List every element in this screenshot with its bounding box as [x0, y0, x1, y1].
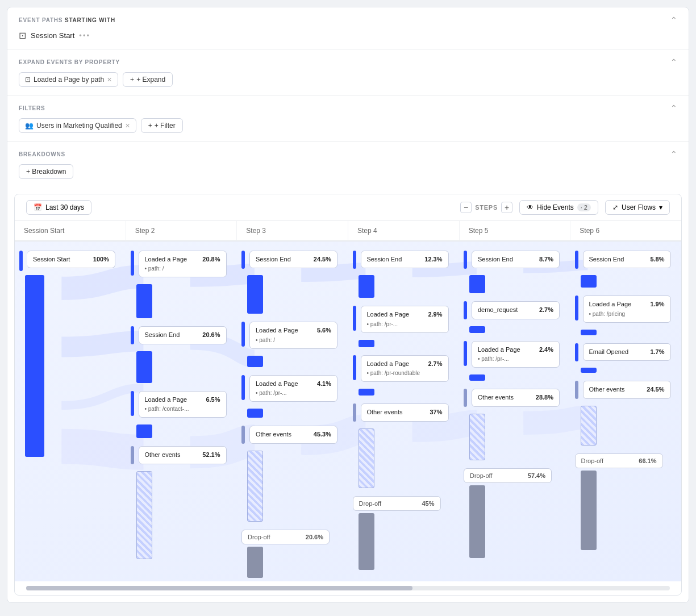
node-inline: Other events 52.1% — [131, 446, 233, 468]
node-other-events-col4: Other events 37% — [353, 403, 455, 488]
blue-left-bar — [575, 251, 578, 269]
bar — [359, 275, 374, 298]
blue-left-bar — [131, 391, 134, 416]
bar — [247, 275, 263, 314]
calendar-icon: 📅 — [34, 203, 42, 211]
loaded-page-path-tag[interactable]: ⊡ Loaded a Page by path ✕ — [19, 72, 118, 87]
expand-events-tags: ⊡ Loaded a Page by path ✕ + + Expand — [19, 72, 677, 87]
breakdowns-title: BREAKDOWNS — [19, 151, 65, 157]
event-more-button[interactable]: ••• — [79, 31, 90, 40]
filter-plus-icon: + — [148, 122, 152, 130]
flow-col-2: Loaded a Page • path: / 20.8% — [126, 242, 237, 581]
node-inline: Loaded a Page • path: /pr-... 2.4% — [464, 341, 566, 372]
node-session-end-col3: Session End 24.5% — [241, 251, 344, 314]
node-session-end-col6: Session End 5.8% — [575, 251, 677, 288]
hatched-bar — [469, 414, 485, 460]
blue-left-bar — [575, 295, 578, 321]
node-card[interactable]: Session End 5.8% — [583, 251, 671, 268]
expand-events-title: EXPAND EVENTS BY PROPERTY — [19, 59, 120, 65]
remove-filter-button[interactable]: ✕ — [125, 122, 130, 130]
bar — [136, 424, 152, 438]
dropoff-bar — [247, 547, 263, 578]
node-card[interactable]: Session End 12.3% — [361, 251, 449, 268]
bar — [136, 284, 152, 318]
event-paths-collapse[interactable]: ⌃ — [670, 15, 677, 24]
node-dropoff-col4: Drop-off 45% — [353, 496, 455, 570]
node-email-opened-col6: Email Opened 1.7% — [575, 343, 677, 373]
node-label: Session Start — [33, 255, 70, 264]
hatched-left-bar — [464, 389, 467, 407]
node-card[interactable]: Loaded a Page • path: /contact-... 6.5% — [139, 391, 227, 418]
col-header-6: Step 6 — [570, 221, 681, 241]
event-starting-row: ⊡ Session Start ••• — [19, 30, 677, 41]
flow-col-5: Session End 8.7% demo_request 2.7% — [459, 242, 570, 581]
hatched-bar — [359, 428, 374, 488]
main-card: EVENT PATHS STARTING WITH ⌃ ⊡ Session St… — [7, 7, 689, 603]
steps-control: − STEPS + — [460, 202, 512, 213]
bar — [581, 330, 597, 335]
breakdown-button[interactable]: + Breakdown — [19, 164, 73, 179]
steps-plus-button[interactable]: + — [501, 202, 512, 213]
node-card[interactable]: Session End 8.7% — [472, 251, 560, 268]
node-card[interactable]: Session End 24.5% — [249, 251, 337, 268]
node-inline: demo_request 2.7% — [464, 301, 566, 323]
node-loaded-page-col4-2: Loaded a Page • path: /pr-roundtable 2.7… — [353, 355, 455, 396]
node-inline: Session End 12.3% — [353, 251, 455, 273]
event-paths-section: EVENT PATHS STARTING WITH ⌃ ⊡ Session St… — [7, 7, 689, 49]
node-inline: Session End 24.5% — [241, 251, 344, 273]
node-card[interactable]: Loaded a Page • path: /pr-... 2.9% — [361, 306, 449, 332]
expand-events-collapse[interactable]: ⌃ — [670, 57, 677, 66]
node-card[interactable]: Loaded a Page • path: /pr-... 4.1% — [249, 375, 337, 402]
dropoff-bar — [581, 471, 597, 550]
node-other-events-col6: Other events 24.5% — [575, 381, 677, 445]
scrollbar-thumb[interactable] — [26, 586, 412, 590]
node-card[interactable]: Other events 37% — [361, 403, 449, 421]
node-card[interactable]: Email Opened 1.7% — [583, 343, 671, 361]
event-paths-title: EVENT PATHS STARTING WITH — [19, 17, 115, 23]
filter-button[interactable]: + + Filter — [141, 118, 183, 133]
scrollbar[interactable] — [26, 586, 670, 590]
node-inline: Email Opened 1.7% — [575, 343, 677, 365]
dropoff-card: Drop-off 45% — [353, 496, 441, 511]
blue-left-bar — [353, 355, 356, 380]
blue-left-bar — [241, 375, 245, 400]
node-card[interactable]: Other events 52.1% — [139, 446, 227, 464]
node-card[interactable]: Loaded a Page • path: /pr-... 2.4% — [472, 341, 560, 368]
steps-minus-button[interactable]: − — [460, 202, 472, 213]
node-inline: Loaded a Page • path: /pr-roundtable 2.7… — [353, 355, 455, 386]
col-header-1: Session Start — [15, 221, 126, 241]
filters-section: FILTERS ⌃ 👥 Users in Marketing Qualified… — [7, 95, 689, 141]
hide-events-button[interactable]: 👁 Hide Events · 2 — [519, 200, 598, 215]
node-card[interactable]: Other events 28.8% — [472, 389, 560, 406]
node-card[interactable]: Loaded a Page • path: /pr-roundtable 2.7… — [361, 355, 449, 382]
expand-button[interactable]: + + Expand — [123, 72, 173, 87]
hatched-bar — [581, 406, 597, 446]
user-flows-button[interactable]: ⤢ User Flows ▾ — [605, 200, 670, 215]
remove-tag-button[interactable]: ✕ — [107, 76, 112, 84]
session-start-icon: ⊡ — [19, 30, 26, 41]
node-card[interactable]: Session End 20.6% — [139, 326, 227, 344]
node-card[interactable]: Loaded a Page • path: / 20.8% — [139, 251, 227, 277]
flow-col-1: Session Start 100% — [15, 242, 126, 581]
col-header-3: Step 3 — [237, 221, 348, 241]
bar — [581, 368, 597, 373]
node-inline: Loaded a Page • path: /contact-... 6.5% — [131, 391, 233, 422]
node-card[interactable]: Loaded a Page • path: / 5.6% — [249, 322, 337, 348]
users-icon: 👥 — [25, 122, 34, 130]
node-card[interactable]: Other events 45.3% — [249, 426, 337, 443]
filters-collapse[interactable]: ⌃ — [670, 103, 677, 113]
node-card-session-start[interactable]: Session Start 100% — [27, 251, 115, 268]
dropoff-card: Drop-off 20.6% — [241, 530, 330, 544]
hatched-left-bar — [241, 426, 245, 444]
bar — [359, 389, 374, 396]
marketing-qualified-tag[interactable]: 👥 Users in Marketing Qualified ✕ — [19, 118, 136, 133]
node-loaded-page-col4-1: Loaded a Page • path: /pr-... 2.9% — [353, 306, 455, 347]
breakdowns-collapse[interactable]: ⌃ — [670, 149, 677, 159]
node-card[interactable]: Loaded a Page • path: /pricing 1.9% — [583, 295, 671, 322]
node-inline: Loaded a Page • path: / 5.6% — [241, 322, 344, 353]
node-card[interactable]: demo_request 2.7% — [472, 301, 560, 319]
date-range-button[interactable]: 📅 Last 30 days — [26, 200, 91, 215]
blue-left-bar — [353, 251, 356, 269]
node-card[interactable]: Other events 24.5% — [583, 381, 671, 398]
node-inline: Loaded a Page • path: / 20.8% — [131, 251, 233, 282]
